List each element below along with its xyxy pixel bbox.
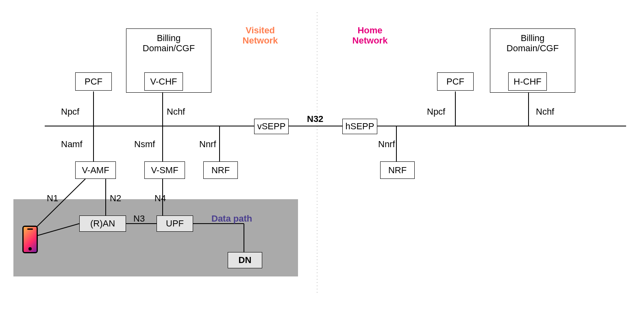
v-chf-box: V-CHF — [144, 72, 183, 91]
pcf-home-box: PCF — [437, 72, 474, 91]
namf-label: Namf — [61, 139, 83, 150]
n32-label: N32 — [307, 114, 323, 124]
pcf-home-label: PCF — [446, 76, 464, 87]
n4-label: N4 — [154, 193, 166, 204]
n1-label: N1 — [47, 193, 58, 204]
ran-box: (R)AN — [79, 215, 126, 232]
nchf-home-label: Nchf — [536, 107, 554, 117]
v-chf-label: V-CHF — [150, 76, 177, 87]
v-amf-label: V-AMF — [82, 165, 109, 175]
upf-box: UPF — [157, 215, 193, 232]
v-amf-box: V-AMF — [75, 161, 116, 179]
billing-domain-home-label: BillingDomain/CGF — [507, 33, 559, 54]
dn-box: DN — [228, 252, 262, 268]
nsmf-label: Nsmf — [134, 139, 155, 150]
vsepp-box: vSEPP — [254, 119, 289, 134]
home-network-title: HomeNetwork — [337, 25, 402, 46]
nnrf-visited-label: Nnrf — [199, 139, 216, 150]
nrf-visited-box: NRF — [203, 161, 238, 179]
hsepp-box: hSEPP — [342, 119, 377, 134]
h-chf-label: H-CHF — [513, 76, 541, 87]
ue-phone-icon — [22, 226, 38, 253]
nrf-visited-label: NRF — [211, 165, 230, 175]
diagram-stage: VisitedNetwork HomeNetwork BillingDomain… — [0, 0, 644, 335]
n2-label: N2 — [110, 193, 121, 204]
billing-domain-visited-label: BillingDomain/CGF — [143, 33, 195, 54]
dn-label: DN — [239, 255, 252, 265]
v-smf-box: V-SMF — [144, 161, 185, 179]
nrf-home-label: NRF — [388, 165, 407, 175]
npcf-home-label: Npcf — [427, 107, 445, 117]
vsepp-label: vSEPP — [257, 121, 286, 131]
data-path-label: Data path — [211, 213, 252, 224]
pcf-visited-label: PCF — [85, 76, 102, 87]
n3-label: N3 — [133, 213, 145, 224]
nnrf-home-label: Nnrf — [378, 139, 395, 150]
visited-network-title: VisitedNetwork — [228, 25, 293, 46]
nrf-home-box: NRF — [380, 161, 415, 179]
upf-label: UPF — [166, 218, 184, 228]
ran-label: (R)AN — [90, 218, 115, 228]
nchf-visited-label: Nchf — [167, 107, 185, 117]
v-smf-label: V-SMF — [151, 165, 178, 175]
hsepp-label: hSEPP — [346, 121, 374, 131]
h-chf-box: H-CHF — [508, 72, 547, 91]
npcf-visited-label: Npcf — [61, 107, 79, 117]
pcf-visited-box: PCF — [75, 72, 112, 91]
